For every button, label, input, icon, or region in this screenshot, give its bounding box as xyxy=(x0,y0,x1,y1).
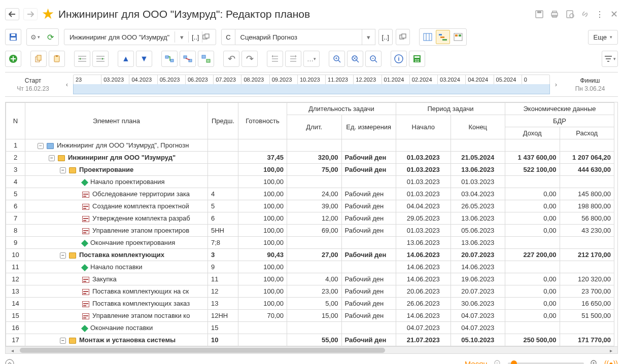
timeline-bar[interactable] xyxy=(73,84,550,94)
cell-pred[interactable]: 6 xyxy=(208,212,238,225)
row-toggle[interactable]: − xyxy=(60,252,66,259)
cell-pred[interactable] xyxy=(208,139,238,152)
table-row[interactable]: 10 −Поставка комплектующих 3 90,43 27,00… xyxy=(6,249,614,261)
table-row[interactable]: 16 Окончание поставки 15 04.07.2023 04.0… xyxy=(6,322,614,334)
cell-dur[interactable]: 69,00 xyxy=(287,225,342,237)
cell-unit[interactable]: Рабочий ден xyxy=(341,212,396,225)
cell-ready[interactable]: 100,00 xyxy=(238,188,287,200)
cell-unit[interactable]: Рабочий ден xyxy=(341,334,396,346)
cell-expense[interactable] xyxy=(560,261,614,273)
view-grid-button[interactable] xyxy=(421,30,435,44)
cell-end[interactable]: 13.06.2023 xyxy=(451,237,505,249)
cell-start[interactable]: 01.03.2023 xyxy=(396,164,451,176)
cell-income[interactable]: 0,00 xyxy=(505,200,560,212)
menu-dots-icon[interactable]: ⋮ xyxy=(596,10,604,19)
undo-button[interactable]: ↶ xyxy=(223,51,239,67)
project-dropdown-icon[interactable]: ▾ xyxy=(175,33,188,41)
cell-income[interactable]: 0,00 xyxy=(505,188,560,200)
cell-unit[interactable]: Рабочий ден xyxy=(341,152,396,164)
row-toggle[interactable]: − xyxy=(38,143,44,149)
timeline-month[interactable]: 06.2023 xyxy=(186,75,214,84)
cell-expense[interactable]: 145 800,00 xyxy=(560,188,614,200)
cell-unit[interactable]: Рабочий ден xyxy=(341,273,396,285)
table-row[interactable]: 13 Поставка комплектующих на ск 12 100,0… xyxy=(6,285,614,298)
cell-pred[interactable]: 3 xyxy=(208,249,238,261)
cell-unit[interactable]: Рабочий ден xyxy=(341,249,396,261)
cell-dur[interactable] xyxy=(287,237,342,249)
info-button[interactable]: i xyxy=(391,51,407,67)
timeline-scroll-left[interactable]: ‹ xyxy=(61,75,73,94)
timeline-month[interactable]: 07.2023 xyxy=(214,75,241,84)
collapse-all-button[interactable] xyxy=(285,51,301,67)
cell-ready[interactable]: 70,00 xyxy=(238,310,287,322)
cell-income[interactable]: 0,00 xyxy=(505,273,560,285)
cell-end[interactable]: 19.06.2023 xyxy=(451,273,505,285)
move-up-button[interactable]: ▲ xyxy=(118,51,134,67)
cell-ready[interactable] xyxy=(238,322,287,334)
timeline-month[interactable]: 04.2023 xyxy=(129,75,157,84)
cell-name[interactable]: Управление этапом проектиров xyxy=(25,225,208,237)
save-disk-icon[interactable] xyxy=(535,10,544,19)
hdr-dur[interactable]: Длит. xyxy=(287,115,342,139)
scenario-open-icon[interactable] xyxy=(396,29,410,45)
row-toggle[interactable]: − xyxy=(60,167,66,173)
cell-name[interactable]: −Проектирование xyxy=(25,164,208,176)
cell-pred[interactable]: 13 xyxy=(208,298,238,310)
project-brackets[interactable]: [..] xyxy=(189,33,202,41)
save-button[interactable] xyxy=(5,29,21,45)
cell-pred[interactable]: 4 xyxy=(208,188,238,200)
timeline-month[interactable]: 23 xyxy=(74,75,101,84)
cell-expense[interactable]: 43 230,00 xyxy=(560,225,614,237)
cell-income[interactable] xyxy=(505,139,560,152)
cell-start[interactable]: 01.03.2023 xyxy=(396,176,451,188)
nav-forward-button[interactable] xyxy=(23,8,38,20)
scroll-left-icon[interactable]: ◂ xyxy=(9,347,16,354)
link-icon[interactable] xyxy=(580,10,590,19)
hdr-start[interactable]: Начало xyxy=(396,115,451,139)
cell-end[interactable]: 04.07.2023 xyxy=(451,310,505,322)
cell-income[interactable]: 0,00 xyxy=(505,285,560,298)
cell-end[interactable]: 04.07.2023 xyxy=(451,322,505,334)
zoom-fit-button[interactable] xyxy=(347,51,363,67)
copy-button[interactable] xyxy=(30,51,47,67)
timeline-month[interactable]: 09.2023 xyxy=(270,75,298,84)
cell-end[interactable]: 13.06.2023 xyxy=(451,212,505,225)
table-row[interactable]: 2 −Инжиниринг для ООО "Изумруд" 37,45 32… xyxy=(6,152,614,164)
cell-dur[interactable]: 24,00 xyxy=(287,188,342,200)
table-row[interactable]: 14 Поставка комплектующих заказ 13 100,0… xyxy=(6,298,614,310)
timeline-month[interactable]: 10.2023 xyxy=(298,75,326,84)
cell-name[interactable]: Поставка комплектующих на ск xyxy=(25,285,208,298)
cell-income[interactable]: 522 100,00 xyxy=(505,164,560,176)
refresh-button[interactable]: ⟳ xyxy=(43,30,57,44)
cell-name[interactable]: Создание комплекта проектной xyxy=(25,200,208,212)
cell-name[interactable]: Обследование территории зака xyxy=(25,188,208,200)
cell-name[interactable]: −Инжиниринг для ООО "Изумруд" xyxy=(25,152,208,164)
cell-ready[interactable] xyxy=(238,334,287,346)
cell-name[interactable]: Закупка xyxy=(25,273,208,285)
cell-unit[interactable] xyxy=(341,139,396,152)
move-down-button[interactable]: ▼ xyxy=(136,51,152,67)
cell-end[interactable]: 05.10.2023 xyxy=(451,334,505,346)
collapse-panel-icon[interactable] xyxy=(5,359,14,364)
cell-pred[interactable]: 10 xyxy=(208,334,238,346)
cell-end[interactable]: 14.06.2023 xyxy=(451,261,505,273)
cell-expense[interactable]: 51 500,00 xyxy=(560,310,614,322)
cell-ready[interactable]: 100,00 xyxy=(238,200,287,212)
cell-ready[interactable]: 100,00 xyxy=(238,298,287,310)
cell-name[interactable]: −Монтаж и установка системы xyxy=(25,334,208,346)
cell-unit[interactable] xyxy=(341,322,396,334)
cell-pred[interactable]: 11 xyxy=(208,273,238,285)
hdr-bdr[interactable]: БДР xyxy=(505,115,614,127)
cell-end[interactable]: 20.07.2023 xyxy=(451,249,505,261)
cell-start[interactable]: 13.06.2023 xyxy=(396,237,451,249)
cell-ready[interactable]: 90,43 xyxy=(238,249,287,261)
cell-expense[interactable]: 16 650,00 xyxy=(560,298,614,310)
table-row[interactable]: 7 Утверждение комплекта разраб 6 100,00 … xyxy=(6,212,614,225)
print-icon[interactable] xyxy=(550,10,559,19)
cell-ready[interactable]: 100,00 xyxy=(238,164,287,176)
cell-end[interactable] xyxy=(451,139,505,152)
list-options-button[interactable]: … ▾ xyxy=(303,51,320,67)
hdr-unit[interactable]: Ед. измерения xyxy=(341,115,396,139)
cell-ready[interactable]: 100,00 xyxy=(238,285,287,298)
timeline-month[interactable]: 02.2024 xyxy=(410,75,438,84)
